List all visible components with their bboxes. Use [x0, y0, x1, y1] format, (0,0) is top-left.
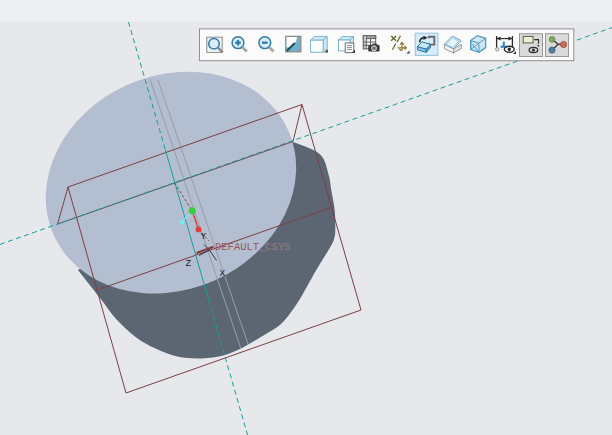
svg-text:Y: Y [201, 231, 207, 242]
svg-text:_CSYS: _CSYS [258, 241, 291, 253]
svg-text:Z: Z [186, 258, 192, 269]
svg-text:DEFAULT: DEFAULT [215, 241, 259, 253]
svg-text:X: X [220, 268, 226, 279]
